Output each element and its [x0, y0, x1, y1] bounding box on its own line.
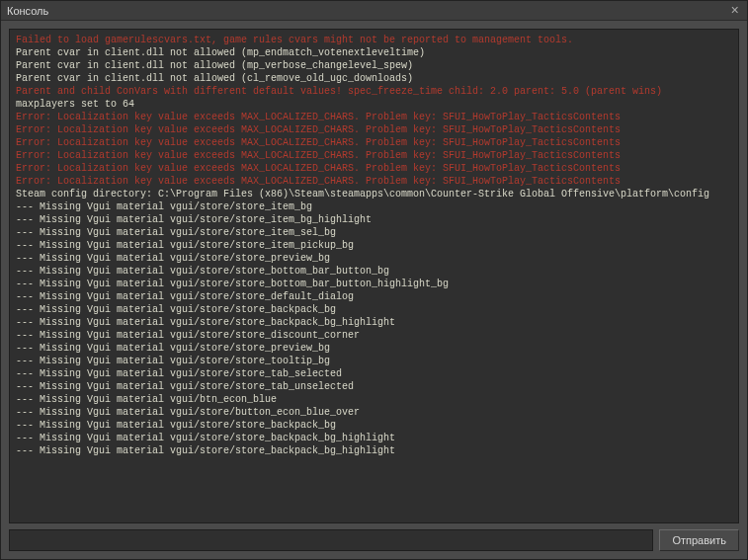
console-line: Parent cvar in client.dll not allowed (c… — [16, 72, 732, 85]
console-line: Error: Localization key value exceeds MA… — [16, 123, 732, 136]
window-title: Консоль — [7, 5, 729, 17]
console-line: Error: Localization key value exceeds MA… — [16, 136, 732, 149]
console-line: --- Missing Vgui material vgui/store/sto… — [16, 316, 732, 329]
send-button[interactable]: Отправить — [659, 529, 739, 551]
console-line: Error: Localization key value exceeds MA… — [16, 149, 732, 162]
console-line: --- Missing Vgui material vgui/store/sto… — [16, 355, 732, 367]
console-line: --- Missing Vgui material vgui/store/sto… — [16, 367, 732, 380]
console-line: maxplayers set to 64 — [16, 98, 732, 111]
console-line: Steam config directory: C:\Program Files… — [16, 188, 732, 200]
titlebar[interactable]: Консоль × — [1, 1, 747, 21]
window-body: Failed to load gamerulescvars.txt, game … — [1, 21, 747, 559]
console-line: Error: Localization key value exceeds MA… — [16, 162, 732, 175]
close-icon[interactable]: × — [729, 4, 741, 18]
console-line: --- Missing Vgui material vgui/store/but… — [16, 406, 732, 419]
console-line: --- Missing Vgui material vgui/store/sto… — [16, 239, 732, 252]
console-line: --- Missing Vgui material vgui/store/sto… — [16, 200, 732, 213]
console-input[interactable] — [9, 529, 653, 551]
console-line: --- Missing Vgui material vgui/btn_econ_… — [16, 393, 732, 406]
console-line: --- Missing Vgui material vgui/store/sto… — [16, 329, 732, 342]
console-line: --- Missing Vgui material vgui/store/sto… — [16, 265, 732, 278]
console-line: Error: Localization key value exceeds MA… — [16, 175, 732, 188]
console-window: Консоль × Failed to load gamerulescvars.… — [0, 0, 748, 560]
input-row: Отправить — [9, 529, 739, 551]
console-line: --- Missing Vgui material vgui/store/sto… — [16, 290, 732, 303]
console-line: --- Missing Vgui material vgui/store/sto… — [16, 278, 732, 290]
console-line: --- Missing Vgui material vgui/store/sto… — [16, 419, 732, 432]
console-line: --- Missing Vgui material vgui/store/sto… — [16, 432, 732, 444]
console-line: Error: Localization key value exceeds MA… — [16, 111, 732, 123]
console-line: Parent cvar in client.dll not allowed (m… — [16, 59, 732, 72]
console-output[interactable]: Failed to load gamerulescvars.txt, game … — [9, 29, 739, 523]
console-line: --- Missing Vgui material vgui/store/sto… — [16, 444, 732, 457]
console-line: --- Missing Vgui material vgui/store/sto… — [16, 380, 732, 393]
console-line: --- Missing Vgui material vgui/store/sto… — [16, 303, 732, 316]
console-line: Parent cvar in client.dll not allowed (m… — [16, 46, 732, 59]
console-line: --- Missing Vgui material vgui/store/sto… — [16, 342, 732, 355]
console-line: Failed to load gamerulescvars.txt, game … — [16, 34, 732, 46]
console-line: Parent and child ConVars with different … — [16, 85, 732, 98]
console-line: --- Missing Vgui material vgui/store/sto… — [16, 226, 732, 239]
console-line: --- Missing Vgui material vgui/store/sto… — [16, 252, 732, 265]
console-line: --- Missing Vgui material vgui/store/sto… — [16, 213, 732, 226]
